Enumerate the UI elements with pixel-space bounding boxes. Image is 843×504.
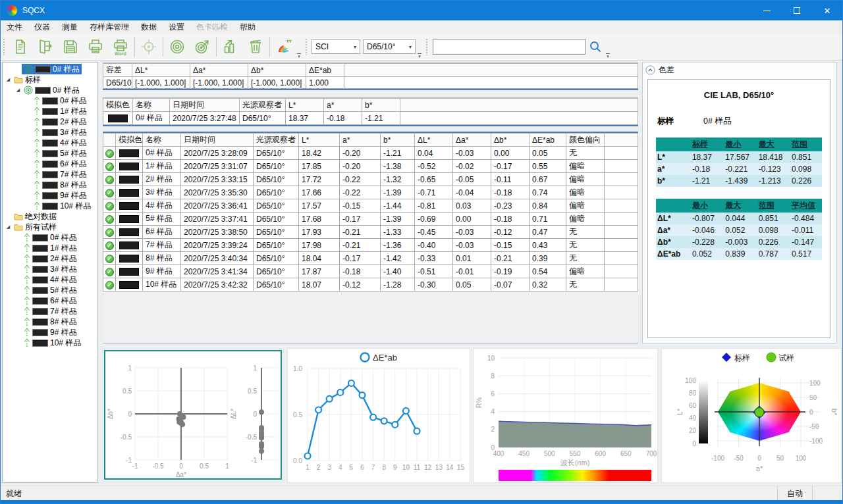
tree-item[interactable]: 0# 样品 [3, 64, 97, 74]
column-header: 模拟色 [116, 134, 143, 147]
tree-item[interactable]: 0# 样品 [3, 232, 97, 243]
sci-mode-select[interactable]: SCI▾ [312, 39, 360, 54]
search-input[interactable] [433, 39, 585, 55]
L-cell: 18.04 [299, 252, 340, 265]
sample-row[interactable]: ✓6# 样品2020/7/25 3:38:50D65/10°17.93-0.21… [103, 226, 638, 239]
tolerance-row[interactable]: D65/10°[-1.000, 1.000][-1.000, 1.000][-1… [103, 77, 638, 89]
toolbar-overflow-icon[interactable]: ▾ [297, 53, 301, 58]
close-button[interactable]: ✕ [812, 1, 842, 20]
tree-item[interactable]: 9# 样品 [3, 190, 97, 201]
maximize-button[interactable] [782, 1, 812, 20]
menu-item-instrument[interactable]: 仪器 [28, 20, 56, 34]
tree-expander-icon[interactable]: ◢ [5, 224, 12, 230]
tree-item-label: 3# 样品 [50, 264, 77, 275]
tree-item[interactable]: 2# 样品 [3, 253, 97, 264]
menu-item-data[interactable]: 数据 [135, 20, 163, 34]
menu-item-settings[interactable]: 设置 [163, 20, 190, 34]
auto-button[interactable]: 自动 [777, 486, 812, 501]
tree-item[interactable]: 10# 样品 [3, 338, 97, 348]
report-chart-button[interactable] [218, 35, 243, 59]
tree-item[interactable]: 7# 样品 [3, 169, 97, 180]
toolbar-grip[interactable] [305, 38, 308, 55]
new-button[interactable] [8, 35, 33, 59]
name-cell: 2# 样品 [143, 173, 181, 186]
tree-item[interactable]: 6# 样品 [3, 295, 97, 306]
tree-item[interactable]: 0# 样品 [3, 95, 97, 106]
db-cell: -0.15 [491, 239, 530, 252]
sample-row[interactable]: ✓3# 样品2020/7/25 3:35:30D65/10°17.66-0.22… [103, 186, 638, 199]
menu-item-help[interactable]: 帮助 [234, 20, 261, 34]
gamut-chart-panel[interactable]: 020406080100L*标样试样-100-50050100a*-100-50… [661, 348, 842, 483]
a-cell: -0.21 [340, 239, 381, 252]
illuminant-select[interactable]: D65/10°▾ [363, 39, 416, 54]
export-button[interactable] [33, 35, 58, 59]
tree-item[interactable]: 6# 样品 [3, 159, 97, 169]
reflectance-chart-panel[interactable]: 0246810400450500550600650700R%波长(nm) [473, 348, 658, 483]
menu-item-file[interactable]: 文件 [1, 20, 28, 34]
status-empty-cell [812, 486, 842, 501]
sample-row[interactable]: ✓10# 样品2020/7/25 3:42:32D65/10°18.07-0.1… [103, 278, 638, 291]
tree-expander-icon[interactable]: ◢ [5, 77, 12, 82]
color-match-button[interactable] [271, 35, 296, 59]
toolbar-overflow-icon[interactable]: ▾ [606, 53, 610, 58]
toolbar-grip[interactable] [425, 38, 429, 55]
menu-item-color-card-check: 色卡匹检 [190, 20, 234, 34]
tree-item[interactable]: 3# 样品 [3, 264, 97, 274]
menu-item-measure[interactable]: 测量 [56, 20, 84, 34]
sample-row[interactable]: ✓1# 样品2020/7/25 3:31:07D65/10°17.85-0.20… [103, 160, 638, 173]
svg-text:-100: -100 [809, 438, 823, 445]
svg-text:50: 50 [776, 455, 784, 462]
measure-sample-button[interactable] [190, 35, 215, 59]
sample-row[interactable]: ✓4# 样品2020/7/25 3:36:41D65/10°17.57-0.15… [103, 199, 638, 213]
check-cell: ✓ [103, 213, 116, 226]
measure-standard-button[interactable] [165, 35, 190, 59]
stat-value: -1.439 [724, 175, 757, 187]
tree-item[interactable]: 3# 样品 [3, 127, 97, 138]
tree-item[interactable]: ◢所有试样 [3, 222, 97, 232]
tree-item[interactable]: ◢标样 [3, 74, 97, 85]
color-swatch [119, 268, 139, 276]
menu-item-sample-library[interactable]: 存样库管理 [84, 20, 135, 34]
tree-item[interactable]: 1# 样品 [3, 243, 97, 253]
scatter-chart-panel[interactable]: -1-1-0.5-0.5000.50.511Δb*Δa*-1-0.500.51Δ… [104, 350, 282, 480]
sample-row[interactable]: ✓0# 样品2020/7/25 3:28:09D65/10°18.42-0.20… [103, 147, 638, 160]
standard-row[interactable]: 0# 样品2020/7/25 3:27:48D65/10°18.37-0.18-… [103, 112, 638, 125]
tree-item[interactable]: 5# 样品 [3, 285, 97, 295]
sample-row[interactable]: ✓8# 样品2020/7/25 3:40:34D65/10°18.04-0.17… [103, 252, 638, 265]
save-button[interactable] [58, 35, 83, 59]
deltae-line-chart-panel[interactable]: ΔE*ab1234567891011121314150.00.51.0 [287, 348, 470, 483]
color-swatch [119, 281, 139, 289]
search-button[interactable] [585, 38, 605, 56]
tendency-cell: 偏暗 [566, 199, 605, 213]
tree-item[interactable]: 2# 样品 [3, 116, 97, 127]
column-header: ΔL* [132, 64, 190, 77]
tolerance-value: 1.000 [306, 77, 344, 89]
tree-item[interactable]: ◢0# 样品 [3, 85, 97, 95]
tree-item[interactable]: 4# 样品 [3, 138, 97, 148]
sample-row[interactable]: ✓2# 样品2020/7/25 3:33:15D65/10°17.72-0.22… [103, 173, 638, 186]
tree-item[interactable]: 9# 样品 [3, 327, 97, 338]
tree-item[interactable]: 8# 样品 [3, 316, 97, 327]
dE-cell: 0.39 [530, 252, 566, 265]
delete-button[interactable] [243, 35, 268, 59]
sample-row[interactable]: ✓9# 样品2020/7/25 3:41:34D65/10°17.87-0.18… [103, 265, 638, 278]
toolbar-overflow-icon[interactable]: ▾ [418, 53, 422, 58]
tree-item[interactable]: 绝对数据 [3, 211, 97, 222]
tree-item[interactable]: 1# 样品 [3, 106, 97, 116]
tree-item[interactable]: 7# 样品 [3, 306, 97, 316]
tree-item[interactable]: 10# 样品 [3, 201, 97, 211]
tree-item[interactable]: 8# 样品 [3, 180, 97, 190]
tree-item[interactable]: 4# 样品 [3, 274, 97, 285]
swatch-cell [116, 213, 143, 226]
collapse-panel-icon[interactable] [645, 65, 655, 75]
sample-row[interactable]: ✓5# 样品2020/7/25 3:37:41D65/10°17.68-0.17… [103, 213, 638, 226]
svg-text:650: 650 [620, 450, 632, 457]
folder-icon [14, 213, 23, 220]
print-word-button[interactable]: Word [108, 35, 133, 59]
print-button[interactable] [83, 35, 108, 59]
tree-expander-icon[interactable]: ◢ [14, 88, 22, 93]
toolbar-grip[interactable] [3, 38, 6, 55]
tree-item[interactable]: 5# 样品 [3, 148, 97, 159]
minimize-button[interactable] [751, 1, 782, 20]
sample-row[interactable]: ✓7# 样品2020/7/25 3:39:24D65/10°17.98-0.21… [103, 239, 638, 252]
